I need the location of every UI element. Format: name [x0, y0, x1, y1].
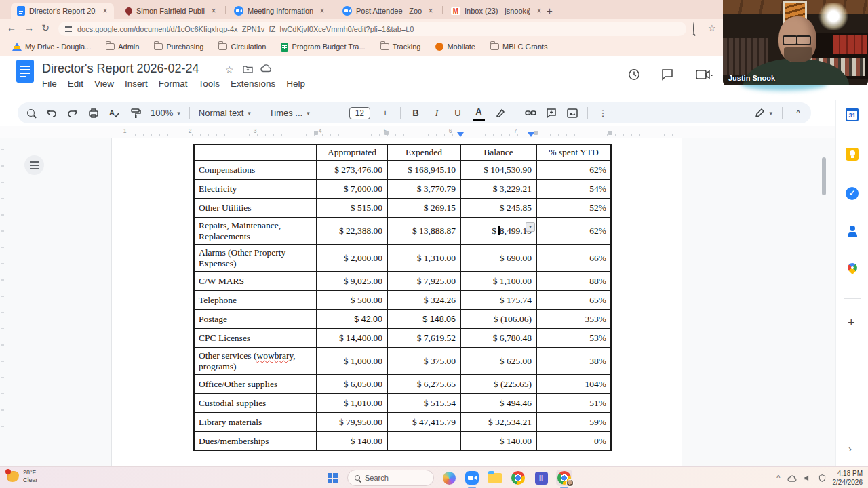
spell-check-icon[interactable]: A — [108, 106, 121, 121]
bookmark-tracking[interactable]: Tracking — [380, 43, 421, 51]
column-header[interactable]: Expended — [387, 144, 460, 161]
table-cell-dropdown-button[interactable]: ▾ — [526, 222, 535, 232]
taskbar-clock[interactable]: 4:18 PM 2/24/2026 — [833, 469, 863, 487]
row-label-cell[interactable]: Postage — [194, 310, 317, 329]
star-icon[interactable]: ☆ — [225, 64, 234, 75]
value-cell[interactable]: 38% — [536, 348, 611, 375]
value-cell[interactable]: $ 500.00 — [317, 291, 387, 310]
close-tab-icon[interactable]: × — [100, 6, 110, 16]
row-label-cell[interactable]: C/W MARS — [194, 272, 317, 291]
value-cell[interactable]: 54% — [536, 180, 611, 199]
more-options-icon[interactable]: ⋮ — [597, 106, 609, 121]
value-cell[interactable]: $ 515.54 — [387, 394, 460, 413]
value-cell[interactable]: $ 6,275.65 — [387, 375, 460, 394]
bookmark-admin[interactable]: Admin — [106, 43, 139, 51]
tab-meeting-info-zoom[interactable]: Meeting Information - Zoom × — [228, 3, 331, 19]
value-cell[interactable]: $ 42.00 — [317, 310, 387, 329]
zoom-select[interactable]: 100%▾ — [151, 108, 180, 118]
search-menus-icon[interactable] — [24, 106, 37, 121]
undo-icon[interactable] — [45, 106, 58, 121]
value-cell[interactable]: $ 1,310.00 — [387, 245, 460, 272]
row-label-cell[interactable]: Compensations — [194, 161, 317, 180]
value-cell[interactable]: $ 245.85 — [460, 199, 536, 218]
value-cell[interactable]: $ 9,025.00 — [317, 272, 387, 291]
tab-directors-report[interactable]: Director's Report 2026-02-24 - × — [11, 3, 114, 19]
document-title[interactable]: Director's Report 2026-02-24 — [42, 62, 199, 76]
tab-library-site[interactable]: Simon Fairfield Public Library - × — [119, 3, 222, 19]
row-label-cell[interactable]: Other services (wowbrary, programs) — [194, 348, 317, 375]
row-label-cell[interactable]: Alarms (Other Property Expenses) — [194, 245, 317, 272]
keep-icon[interactable] — [846, 148, 859, 161]
italic-button[interactable]: I — [431, 106, 443, 121]
zoom-webcam-window[interactable]: Justin Snook — [723, 0, 868, 85]
table-column-marker[interactable] — [314, 131, 318, 135]
teams-app-icon[interactable]: ii — [533, 470, 549, 486]
row-label-cell[interactable]: Repairs, Maintenance, Replacements — [194, 218, 317, 245]
table-column-marker[interactable] — [608, 131, 612, 135]
font-size-input[interactable]: 12 — [349, 107, 370, 119]
value-cell[interactable]: $ 1,100.00 — [460, 272, 536, 291]
redo-icon[interactable] — [66, 106, 79, 121]
row-label-cell[interactable]: Library materials — [194, 413, 317, 432]
value-cell[interactable]: 88% — [536, 272, 611, 291]
value-cell[interactable]: $ (225.65) — [460, 375, 536, 394]
maps-icon[interactable] — [846, 262, 859, 275]
value-cell[interactable]: $ 6,780.48 — [460, 329, 536, 348]
font-family-select[interactable]: Times ...▾ — [269, 108, 310, 118]
tab-post-attendee-zoom[interactable]: Post Attendee - Zoom × — [336, 3, 439, 19]
value-cell[interactable]: $ 2,000.00 — [317, 245, 387, 272]
column-header[interactable]: Balance — [460, 144, 536, 161]
value-cell[interactable]: $ 273,476.00 — [317, 161, 387, 180]
reload-icon[interactable]: ↻ — [39, 22, 52, 33]
menu-extensions[interactable]: Extensions — [231, 79, 275, 89]
value-cell[interactable]: $ 3,770.79 — [387, 180, 460, 199]
value-cell[interactable]: $ 175.74 — [460, 291, 536, 310]
value-cell[interactable]: $ 13,888.87 — [387, 218, 460, 245]
value-cell[interactable]: $ 375.00 — [387, 348, 460, 375]
menu-edit[interactable]: Edit — [68, 79, 83, 89]
menu-file[interactable]: File — [42, 79, 57, 89]
google-docs-logo[interactable] — [16, 60, 34, 83]
column-header[interactable]: Appropriated — [317, 144, 387, 161]
security-shield-icon[interactable] — [818, 474, 827, 483]
bookmark-circulation[interactable]: Circulation — [218, 43, 266, 51]
menu-view[interactable]: View — [94, 79, 114, 89]
value-cell[interactable]: 66% — [536, 245, 611, 272]
lens-icon[interactable] — [693, 23, 694, 33]
file-explorer-icon[interactable] — [487, 470, 503, 486]
row-label-cell[interactable]: Other Utilities — [194, 199, 317, 218]
start-button[interactable] — [324, 470, 340, 486]
site-settings-icon[interactable] — [65, 26, 72, 32]
highlight-color-icon[interactable] — [494, 106, 506, 121]
value-cell[interactable]: $ 1,000.00 — [317, 348, 387, 375]
text-color-button[interactable]: A — [473, 106, 485, 121]
value-cell[interactable]: 52% — [536, 199, 611, 218]
onedrive-cloud-icon[interactable] — [787, 474, 797, 482]
copilot-app-icon[interactable] — [441, 470, 457, 486]
row-label-cell[interactable]: Dues/memberships — [194, 432, 317, 451]
row-label-cell[interactable]: Telephone — [194, 291, 317, 310]
value-cell[interactable]: $ 1,010.00 — [317, 394, 387, 413]
weather-widget[interactable]: 28°FClear — [7, 469, 38, 485]
value-cell[interactable]: 62% — [536, 161, 611, 180]
column-header[interactable]: % spent YTD — [536, 144, 611, 161]
menu-tools[interactable]: Tools — [199, 79, 220, 89]
chrome-active-window-icon[interactable] — [556, 470, 572, 486]
value-cell[interactable]: 59% — [536, 413, 611, 432]
close-tab-icon[interactable]: × — [209, 6, 218, 16]
bookmark-mblc-grants[interactable]: MBLC Grants — [490, 43, 548, 51]
value-cell[interactable]: 53% — [536, 329, 611, 348]
version-history-icon[interactable] — [627, 68, 641, 81]
back-icon[interactable]: ← — [5, 22, 18, 33]
hidden-icons-chevron[interactable]: ^ — [776, 474, 780, 482]
table-column-marker[interactable] — [384, 131, 389, 135]
calendar-icon[interactable]: 31 — [846, 108, 859, 122]
value-cell[interactable]: $ 625.00 — [460, 348, 536, 375]
value-cell[interactable]: 0% — [536, 432, 611, 451]
paint-format-icon[interactable] — [130, 106, 142, 121]
chrome-app-icon[interactable] — [510, 470, 526, 486]
insert-link-icon[interactable] — [524, 106, 536, 121]
close-tab-icon[interactable]: × — [534, 6, 544, 16]
new-tab-button[interactable]: + — [547, 5, 553, 16]
zoom-app-icon[interactable] — [464, 470, 480, 486]
